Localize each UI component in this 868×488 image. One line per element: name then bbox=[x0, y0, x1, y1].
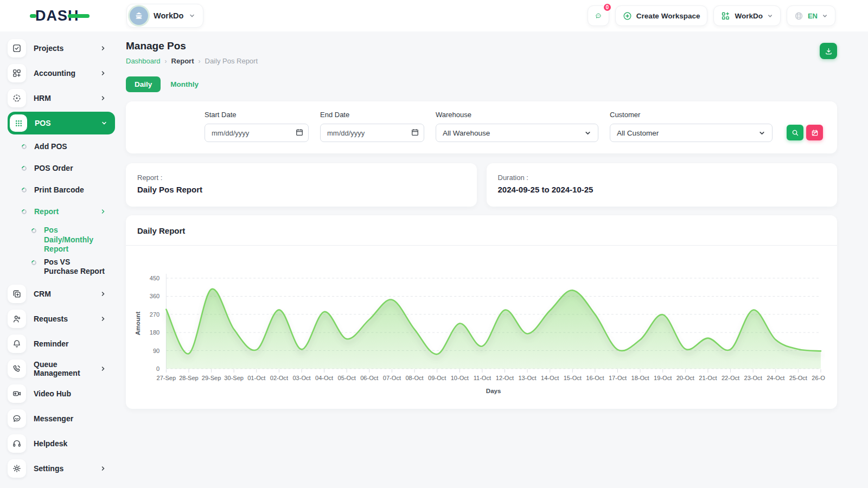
chevron-right-icon bbox=[100, 291, 106, 297]
sidebar-item-helpdesk[interactable]: Helpdesk bbox=[8, 431, 115, 456]
download-report-button[interactable] bbox=[820, 43, 837, 59]
duration-value: 2024-09-25 to 2024-10-25 bbox=[498, 185, 826, 194]
topbar-actions: 0 Create Workspace WorkDo bbox=[588, 5, 835, 26]
bullet-icon bbox=[21, 143, 28, 150]
sidebar-item-label: Accounting bbox=[34, 69, 75, 78]
svg-text:18-Oct: 18-Oct bbox=[631, 375, 649, 381]
warehouse-select[interactable]: All Warehouse bbox=[436, 124, 598, 142]
calendar-slash-icon bbox=[811, 129, 819, 137]
messages-button[interactable]: 0 bbox=[588, 5, 609, 26]
sidebar-item-messenger[interactable]: Messenger bbox=[8, 406, 115, 431]
breadcrumb-report-link[interactable]: Report bbox=[171, 57, 194, 65]
submenu-item-label: Pos VS Purchase Report bbox=[44, 258, 106, 277]
sidebar-item-label: Queue Management bbox=[34, 360, 100, 377]
pos-icon bbox=[10, 114, 27, 132]
reset-filter-button[interactable] bbox=[806, 125, 823, 140]
submenu-item-pos-vs-purchase-report[interactable]: Pos VS Purchase Report bbox=[8, 254, 115, 281]
sidebar-item-video-hub[interactable]: Video Hub bbox=[8, 381, 115, 406]
download-icon bbox=[825, 47, 833, 55]
svg-text:10-Oct: 10-Oct bbox=[451, 375, 469, 381]
pos-submenu: Add POS POS Order Print Barcode Report P… bbox=[8, 136, 115, 281]
page-title: Manage Pos bbox=[126, 40, 258, 52]
chevron-right-icon bbox=[100, 316, 106, 322]
headset-icon bbox=[8, 434, 26, 453]
submenu-item-pos-daily-monthly-report[interactable]: Pos Daily/Monthly Report bbox=[8, 222, 115, 254]
svg-text:22-Oct: 22-Oct bbox=[722, 375, 739, 381]
bullet-icon bbox=[30, 227, 37, 234]
sidebar-item-accounting[interactable]: Accounting bbox=[8, 61, 115, 86]
sidebar-item-hrm[interactable]: HRM bbox=[8, 86, 115, 111]
customer-label: Customer bbox=[610, 111, 773, 119]
sidebar-item-queue-management[interactable]: Queue Management bbox=[8, 356, 115, 381]
tab-monthly[interactable]: Monthly bbox=[170, 80, 199, 88]
duration-summary-card: Duration : 2024-09-25 to 2024-10-25 bbox=[487, 163, 838, 207]
globe-icon bbox=[794, 11, 803, 21]
page-head: Manage Pos Dashboard › Report › Daily Po… bbox=[126, 40, 837, 65]
submenu-item-add-pos[interactable]: Add POS bbox=[8, 136, 115, 157]
breadcrumb-current: Daily Pos Report bbox=[205, 57, 258, 65]
svg-text:08-Oct: 08-Oct bbox=[405, 375, 423, 381]
gear-icon bbox=[8, 459, 26, 478]
svg-text:20-Oct: 20-Oct bbox=[676, 375, 694, 381]
svg-text:23-Oct: 23-Oct bbox=[744, 375, 762, 381]
language-label: EN bbox=[808, 12, 818, 20]
chevron-right-icon bbox=[100, 45, 106, 52]
sidebar-item-label: Settings bbox=[34, 464, 63, 473]
submenu-item-print-barcode[interactable]: Print Barcode bbox=[8, 179, 115, 201]
workspace-avatar bbox=[130, 7, 148, 25]
svg-text:16-Oct: 16-Oct bbox=[586, 375, 604, 381]
breadcrumb-separator-icon: › bbox=[199, 57, 201, 65]
svg-text:09-Oct: 09-Oct bbox=[428, 375, 446, 381]
chart-card-header: Daily Report bbox=[126, 215, 837, 246]
sidebar-item-requests[interactable]: Requests bbox=[8, 306, 115, 331]
end-date-input[interactable] bbox=[320, 124, 424, 142]
svg-text:21-Oct: 21-Oct bbox=[699, 375, 717, 381]
chart-title: Daily Report bbox=[137, 226, 185, 235]
submenu-item-report[interactable]: Report bbox=[8, 201, 115, 222]
report-value: Daily Pos Report bbox=[137, 185, 465, 194]
workspace-selector[interactable]: WorkDo bbox=[126, 4, 203, 28]
svg-text:01-Oct: 01-Oct bbox=[247, 375, 265, 381]
chat-bubble-icon bbox=[8, 409, 26, 428]
tab-daily[interactable]: Daily bbox=[126, 76, 161, 92]
bullet-icon bbox=[21, 187, 28, 194]
start-date-label: Start Date bbox=[205, 111, 309, 119]
svg-text:270: 270 bbox=[150, 311, 159, 318]
chevron-down-icon bbox=[189, 12, 195, 19]
sidebar-item-reminder[interactable]: Reminder bbox=[8, 331, 115, 356]
filter-card: Start Date End Date Warehous bbox=[126, 101, 837, 153]
language-selector[interactable]: EN bbox=[787, 5, 835, 26]
customer-select[interactable]: All Customer bbox=[610, 124, 773, 142]
accounting-icon bbox=[8, 64, 26, 82]
messages-count-badge: 0 bbox=[603, 3, 612, 12]
svg-text:19-Oct: 19-Oct bbox=[654, 375, 672, 381]
svg-text:90: 90 bbox=[153, 348, 159, 354]
breadcrumb-dashboard-link[interactable]: Dashboard bbox=[126, 57, 161, 65]
svg-text:11-Oct: 11-Oct bbox=[474, 375, 491, 381]
chevron-right-icon bbox=[100, 365, 106, 372]
sidebar-item-projects[interactable]: Projects bbox=[8, 36, 115, 61]
app-logo[interactable]: DASH bbox=[30, 7, 115, 25]
submenu-item-pos-order[interactable]: POS Order bbox=[8, 157, 115, 179]
apply-filter-button[interactable] bbox=[787, 125, 803, 140]
chevron-down-icon bbox=[767, 13, 773, 19]
hrm-icon bbox=[8, 89, 26, 107]
sidebar-item-label: Messenger bbox=[34, 414, 73, 423]
chevron-right-icon bbox=[100, 465, 106, 472]
report-period-tabs: Daily Monthly bbox=[126, 76, 837, 92]
sidebar-item-crm[interactable]: CRM bbox=[8, 281, 115, 306]
sidebar-item-settings[interactable]: Settings bbox=[8, 456, 115, 481]
svg-text:17-Oct: 17-Oct bbox=[609, 375, 627, 381]
workdo-menu-button[interactable]: WorkDo bbox=[713, 5, 781, 26]
submenu-item-label: Pos Daily/Monthly Report bbox=[44, 226, 106, 254]
workspace-name: WorkDo bbox=[154, 11, 183, 20]
workdo-menu-label: WorkDo bbox=[735, 12, 763, 20]
svg-text:06-Oct: 06-Oct bbox=[360, 375, 378, 381]
submenu-item-label: Add POS bbox=[34, 142, 67, 151]
svg-text:07-Oct: 07-Oct bbox=[383, 375, 401, 381]
create-workspace-button[interactable]: Create Workspace bbox=[615, 5, 708, 26]
sidebar-item-pos[interactable]: POS bbox=[8, 112, 115, 134]
sidebar: Projects Accounting HRM POS bbox=[0, 31, 115, 481]
start-date-input[interactable] bbox=[205, 124, 309, 142]
customer-selected-value: All Customer bbox=[617, 129, 659, 137]
